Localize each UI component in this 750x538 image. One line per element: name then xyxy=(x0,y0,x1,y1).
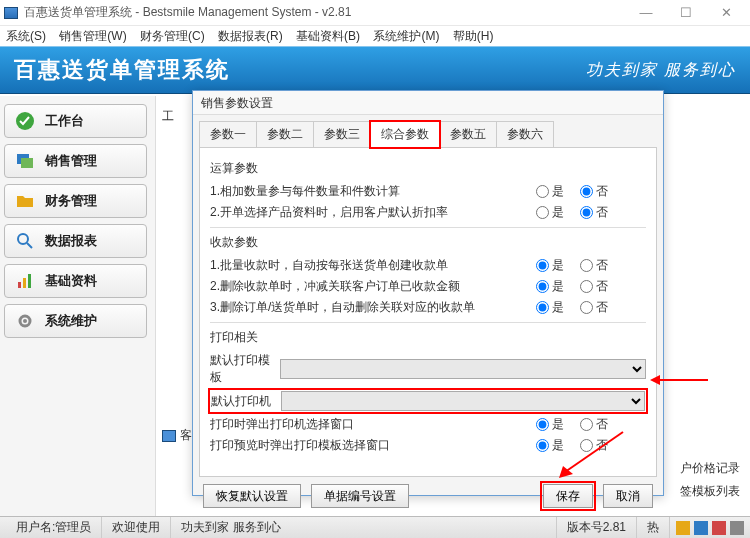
radio-yes[interactable]: 是 xyxy=(536,416,564,433)
radio-yes[interactable]: 是 xyxy=(536,183,564,200)
radio-no[interactable]: 否 xyxy=(580,183,608,200)
folder-icon xyxy=(15,191,35,211)
svg-rect-2 xyxy=(21,158,33,168)
svg-rect-5 xyxy=(18,282,21,288)
status-user: 用户名:管理员 xyxy=(6,517,102,538)
radio-yes[interactable]: 是 xyxy=(536,257,564,274)
sidebar-item-reports[interactable]: 数据报表 xyxy=(4,224,147,258)
svg-rect-6 xyxy=(23,278,26,288)
chart-icon xyxy=(15,271,35,291)
restore-defaults-button[interactable]: 恢复默认设置 xyxy=(203,484,301,508)
radio-yes[interactable]: 是 xyxy=(536,204,564,221)
save-button[interactable]: 保存 xyxy=(543,484,593,508)
svg-line-4 xyxy=(27,243,32,248)
gear-icon xyxy=(15,311,35,331)
sidebar-item-basedata[interactable]: 基础资料 xyxy=(4,264,147,298)
opt-print-popup: 打印时弹出打印机选择窗口 是 否 xyxy=(210,416,646,433)
radio-no[interactable]: 否 xyxy=(580,278,608,295)
row-default-printer: 默认打印机 xyxy=(210,390,646,412)
radio-no[interactable]: 否 xyxy=(580,416,608,433)
settings-dialog: 销售参数设置 参数一 参数二 参数三 综合参数 参数五 参数六 运算参数 1.相… xyxy=(192,90,664,496)
menu-basedata[interactable]: 基础资料(B) xyxy=(296,29,360,43)
svg-rect-7 xyxy=(28,274,31,288)
dialog-buttons: 恢复默认设置 单据编号设置 保存 取消 xyxy=(193,484,663,516)
status-welcome: 欢迎使用 xyxy=(102,517,171,538)
opt-receipt-2: 2.删除收款单时，冲减关联客户订单已收款金额 是 否 xyxy=(210,278,646,295)
cancel-button[interactable]: 取消 xyxy=(603,484,653,508)
dialog-title: 销售参数设置 xyxy=(193,91,663,115)
opt-calc-2: 2.开单选择产品资料时，启用客户默认折扣率 是 否 xyxy=(210,204,646,221)
tab-param2[interactable]: 参数二 xyxy=(256,121,314,148)
section-print-title: 打印相关 xyxy=(210,329,646,346)
status-trailing: 热 xyxy=(637,517,670,538)
opt-calc-1: 1.相加数量参与每件数量和件数计算 是 否 xyxy=(210,183,646,200)
sidebar-item-worktable[interactable]: 工作台 xyxy=(4,104,147,138)
menu-maintain[interactable]: 系统维护(M) xyxy=(373,29,439,43)
sidebar-item-label: 基础资料 xyxy=(45,272,97,290)
doc-icon xyxy=(162,430,176,442)
sidebar-item-maintain[interactable]: 系统维护 xyxy=(4,304,147,338)
radio-yes[interactable]: 是 xyxy=(536,437,564,454)
menubar: 系统(S) 销售管理(W) 财务管理(C) 数据报表(R) 基础资料(B) 系统… xyxy=(0,26,750,46)
svg-point-9 xyxy=(23,319,27,323)
section-receipt-title: 收款参数 xyxy=(210,234,646,251)
sidebar-item-sales[interactable]: 销售管理 xyxy=(4,144,147,178)
magnifier-icon xyxy=(15,231,35,251)
check-circle-icon xyxy=(15,111,35,131)
maximize-button[interactable]: ☐ xyxy=(666,5,706,20)
window-titlebar: 百惠送货单管理系统 - Bestsmile Management System … xyxy=(0,0,750,26)
sidebar-item-label: 财务管理 xyxy=(45,192,97,210)
menu-reports[interactable]: 数据报表(R) xyxy=(218,29,283,43)
windows-icon xyxy=(15,151,35,171)
close-button[interactable]: ✕ xyxy=(706,5,746,20)
tab-param6[interactable]: 参数六 xyxy=(496,121,554,148)
tray-icon[interactable] xyxy=(694,521,708,535)
default-template-select[interactable] xyxy=(280,359,646,379)
menu-sales[interactable]: 销售管理(W) xyxy=(59,29,126,43)
app-icon xyxy=(4,7,18,19)
radio-no[interactable]: 否 xyxy=(580,257,608,274)
sidebar-item-label: 数据报表 xyxy=(45,232,97,250)
dialog-body: 运算参数 1.相加数量参与每件数量和件数计算 是 否 2.开单选择产品资料时，启… xyxy=(199,147,657,477)
tray-icon[interactable] xyxy=(730,521,744,535)
sidebar-item-label: 系统维护 xyxy=(45,312,97,330)
opt-receipt-3: 3.删除订单/送货单时，自动删除关联对应的收款单 是 否 xyxy=(210,299,646,316)
sidebar-item-finance[interactable]: 财务管理 xyxy=(4,184,147,218)
tab-param1[interactable]: 参数一 xyxy=(199,121,257,148)
system-title: 百惠送货单管理系统 xyxy=(14,55,230,85)
opt-receipt-1: 1.批量收款时，自动按每张送货单创建收款单 是 否 xyxy=(210,257,646,274)
dialog-tabs: 参数一 参数二 参数三 综合参数 参数五 参数六 xyxy=(193,115,663,148)
menu-system[interactable]: 系统(S) xyxy=(6,29,46,43)
tab-param5[interactable]: 参数五 xyxy=(439,121,497,148)
radio-no[interactable]: 否 xyxy=(580,437,608,454)
banner: 百惠送货单管理系统 功夫到家 服务到心 xyxy=(0,46,750,94)
status-slogan: 功夫到家 服务到心 xyxy=(171,517,556,538)
svg-point-3 xyxy=(18,234,28,244)
menu-help[interactable]: 帮助(H) xyxy=(453,29,494,43)
tray-icon[interactable] xyxy=(712,521,726,535)
tray-icon[interactable] xyxy=(676,521,690,535)
tray-icons xyxy=(676,521,744,535)
banner-slogan: 功夫到家 服务到心 xyxy=(586,60,736,81)
sidebar-item-label: 销售管理 xyxy=(45,152,97,170)
default-printer-select[interactable] xyxy=(281,391,645,411)
section-calc-title: 运算参数 xyxy=(210,160,646,177)
radio-no[interactable]: 否 xyxy=(580,299,608,316)
sidebar-item-label: 工作台 xyxy=(45,112,84,130)
window-title: 百惠送货单管理系统 - Bestsmile Management System … xyxy=(24,4,626,21)
row-default-template: 默认打印模板 xyxy=(210,352,646,386)
menu-finance[interactable]: 财务管理(C) xyxy=(140,29,205,43)
radio-no[interactable]: 否 xyxy=(580,204,608,221)
minimize-button[interactable]: — xyxy=(626,5,666,20)
statusbar: 用户名:管理员 欢迎使用 功夫到家 服务到心 版本号2.81 热 xyxy=(0,516,750,538)
tab-composite[interactable]: 综合参数 xyxy=(370,121,440,148)
opt-preview-popup: 打印预览时弹出打印模板选择窗口 是 否 xyxy=(210,437,646,454)
numbering-settings-button[interactable]: 单据编号设置 xyxy=(311,484,409,508)
sidebar: 工作台 销售管理 财务管理 数据报表 基础资料 系统维护 xyxy=(0,96,155,516)
radio-yes[interactable]: 是 xyxy=(536,299,564,316)
status-version: 版本号2.81 xyxy=(557,517,637,538)
radio-yes[interactable]: 是 xyxy=(536,278,564,295)
tab-param3[interactable]: 参数三 xyxy=(313,121,371,148)
